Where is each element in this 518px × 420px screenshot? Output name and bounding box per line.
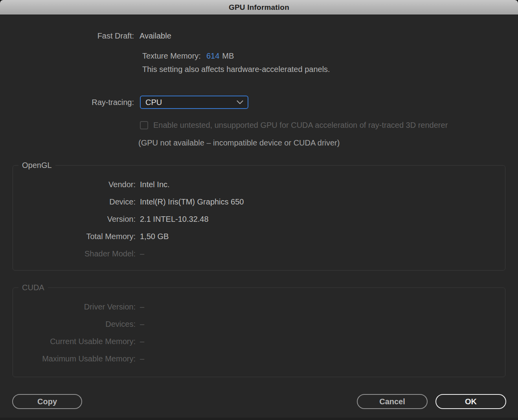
row-value: Intel(R) Iris(TM) Graphics 650: [140, 197, 244, 206]
fast-draft-row: Fast Draft: Available: [0, 31, 518, 41]
cuda-groupbox: CUDA Driver Version: – Devices: – Curren…: [13, 287, 505, 377]
ray-tracing-dropdown[interactable]: CPU: [140, 96, 248, 109]
row-value: –: [140, 337, 144, 346]
opengl-groupbox: OpenGL Vendor: Intel Inc. Device: Intel(…: [13, 165, 505, 271]
titlebar[interactable]: GPU Information: [0, 0, 518, 15]
row-label: Current Usable Memory:: [13, 337, 136, 346]
row-value: –: [140, 320, 144, 329]
cancel-button[interactable]: Cancel: [357, 394, 428, 409]
row-label: Vendor:: [13, 180, 136, 189]
row-value: 2.1 INTEL-10.32.48: [140, 215, 209, 224]
row-value: –: [140, 249, 144, 258]
row-label: Total Memory:: [13, 232, 136, 241]
cuda-maximum-usable-memory-row: Maximum Usable Memory: –: [13, 354, 505, 363]
ray-tracing-selected-value: CPU: [145, 98, 237, 107]
copy-button[interactable]: Copy: [12, 394, 82, 409]
chevron-down-icon: [237, 100, 243, 105]
enable-gpu-checkbox[interactable]: [140, 121, 148, 129]
texture-memory-value: 614: [206, 52, 219, 61]
enable-gpu-checkbox-label: Enable untested, unsupported GPU for CUD…: [153, 121, 448, 130]
row-label: Maximum Usable Memory:: [13, 354, 136, 363]
ray-tracing-label: Ray-tracing:: [0, 98, 134, 107]
texture-memory-note: This setting also affects hardware-accel…: [142, 64, 341, 74]
opengl-groupbox-title: OpenGL: [18, 160, 55, 170]
row-value: –: [140, 354, 144, 363]
fast-draft-value: Available: [140, 31, 171, 41]
cuda-groupbox-title: CUDA: [18, 283, 48, 292]
row-label: Device:: [13, 197, 136, 206]
cuda-devices-row: Devices: –: [13, 319, 505, 329]
cuda-current-usable-memory-row: Current Usable Memory: –: [13, 337, 505, 346]
ray-tracing-row: Ray-tracing:: [0, 98, 518, 107]
gpu-information-dialog: GPU Information Fast Draft: Available Te…: [0, 0, 518, 420]
cuda-driver-version-row: Driver Version: –: [13, 302, 505, 311]
opengl-device-row: Device: Intel(R) Iris(TM) Graphics 650: [13, 197, 505, 206]
opengl-total-memory-row: Total Memory: 1,50 GB: [13, 232, 505, 241]
enable-gpu-checkbox-row: Enable untested, unsupported GPU for CUD…: [140, 120, 448, 130]
row-label: Driver Version:: [13, 302, 136, 311]
row-value: Intel Inc.: [140, 180, 170, 189]
ok-button[interactable]: OK: [435, 394, 506, 409]
row-label: Version:: [13, 215, 136, 224]
texture-memory-row: Texture Memory: 614 MB: [142, 51, 234, 61]
fast-draft-label: Fast Draft:: [0, 31, 134, 41]
row-label: Devices:: [13, 320, 136, 329]
texture-memory-label: Texture Memory:: [142, 52, 201, 61]
window-bottom-edge: [0, 418, 518, 420]
dialog-title: GPU Information: [229, 3, 289, 12]
opengl-version-row: Version: 2.1 INTEL-10.32.48: [13, 214, 505, 224]
row-label: Shader Model:: [13, 249, 136, 258]
gpu-status-note: (GPU not available – incompatible device…: [138, 138, 340, 147]
row-value: 1,50 GB: [140, 232, 169, 241]
opengl-vendor-row: Vendor: Intel Inc.: [13, 180, 505, 189]
texture-memory-unit: MB: [222, 52, 234, 61]
opengl-shader-model-row: Shader Model: –: [13, 249, 505, 258]
row-value: –: [140, 302, 144, 311]
